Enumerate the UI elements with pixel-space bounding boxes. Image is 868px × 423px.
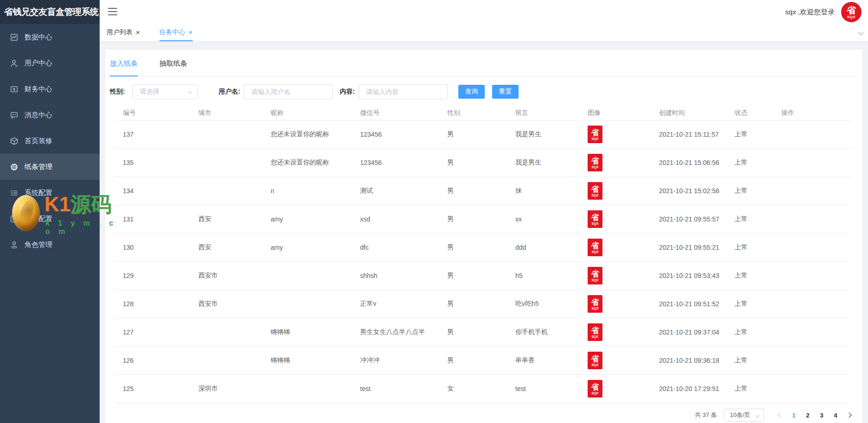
panel-tab-label: 放入纸条: [110, 59, 138, 67]
sidebar-item[interactable]: 用户中心: [0, 50, 100, 76]
cell-gender: 男: [439, 243, 507, 252]
cell-wechat: 123456: [352, 159, 439, 166]
cell-city: 西安市: [190, 300, 262, 308]
top-header: sqx ,欢迎您登录 省 SQX: [100, 0, 868, 24]
sidebar-item[interactable]: 财务中心: [0, 76, 100, 102]
open-tab[interactable]: 用户列表 ×: [107, 24, 140, 41]
pagination-total: 共 37 条: [695, 411, 717, 419]
column-header: 操作: [773, 109, 853, 117]
page-number[interactable]: 1: [787, 412, 801, 419]
cell-image: 省 SQX: [579, 352, 651, 369]
sidebar-item[interactable]: 数据中心: [0, 24, 100, 50]
table-row: 135 您还未设置你的昵称 123456 男 我是男生 省 SQX 2021-: [114, 149, 853, 177]
page-number[interactable]: 3: [815, 412, 829, 419]
column-header: 状态: [726, 109, 773, 117]
cell-status: 上常: [726, 243, 773, 252]
gear-icon: [10, 163, 19, 171]
table-row: 134 n 测试 男 抹 省 SQX 2021-10-21 15:02:58: [114, 177, 853, 205]
table-row: 127 锵锵锵 男生女生八点半八点半 男 你手机手机 省 SQX 2021-1: [114, 318, 853, 347]
table-row: 129 西安市 shhsh 男 h5 省 SQX 2021-10-21 09:: [114, 262, 853, 290]
tabs-overflow-chevron-down-icon[interactable]: [858, 30, 863, 35]
cell-nickname: 锵锵锵: [262, 356, 352, 365]
table-row: 128 西安市 正常v 男 吃v吃h5 省 SQX 2021-10-21 09: [114, 290, 853, 318]
cell-nickname: 您还未设置你的昵称: [262, 158, 352, 167]
sidebar-item-label: 首页装修: [25, 137, 52, 145]
cell-created-time: 2021-10-21 15:02:58: [651, 187, 726, 195]
message-icon: [10, 111, 19, 120]
sidebar: 省钱兄交友盲盒管理系统 数据中心 用户中心 财务中心 消息中心 首页装修 纸条管…: [0, 0, 100, 423]
sidebar-item-label: 升级配置: [25, 215, 52, 223]
sidebar-item[interactable]: 消息中心: [0, 102, 100, 128]
cell-wechat: shhsh: [352, 272, 439, 279]
cell-image: 省 SQX: [579, 126, 651, 143]
cell-wechat: 123456: [352, 131, 439, 138]
next-page-chevron-right-icon[interactable]: [846, 412, 851, 417]
cell-image: 省 SQX: [579, 210, 651, 228]
sidebar-item[interactable]: 升级配置: [0, 206, 100, 232]
sidebar-item-label: 财务中心: [25, 85, 52, 94]
cell-gender: 男: [439, 271, 507, 280]
cell-status: 上常: [726, 328, 773, 336]
cell-id: 135: [114, 159, 190, 166]
gender-select[interactable]: 请选择: [133, 84, 198, 99]
cell-created-time: 2021-10-21 09:37:04: [651, 328, 726, 336]
cell-wechat: dfc: [352, 244, 439, 251]
hamburger-menu-icon[interactable]: [108, 8, 117, 15]
panel-tab[interactable]: 抽取纸条: [159, 59, 187, 76]
user-avatar-logo[interactable]: 省 SQX: [841, 2, 862, 22]
close-icon[interactable]: ×: [136, 29, 140, 36]
cell-status: 上常: [726, 356, 773, 365]
cell-gender: 男: [439, 328, 507, 336]
cell-nickname: 您还未设置你的昵称: [262, 130, 352, 139]
content-input[interactable]: [359, 84, 448, 99]
reset-button[interactable]: 重置: [492, 85, 519, 99]
cell-wechat: 正常v: [352, 300, 439, 308]
cell-id: 126: [114, 357, 190, 364]
open-tab[interactable]: 任务中心 ×: [159, 24, 193, 41]
column-header: 创建时间: [651, 109, 726, 117]
cell-id: 131: [114, 215, 190, 223]
cell-created-time: 2021-10-21 09:51:52: [651, 300, 726, 308]
row-logo-badge: 省 SQX: [588, 154, 602, 171]
pagination: 共 37 条 10条/页 1234: [114, 408, 853, 423]
cell-created-time: 2021-10-21 09:36:18: [651, 357, 726, 364]
page-size-select[interactable]: 10条/页: [724, 409, 764, 422]
row-logo-badge: 省 SQX: [588, 323, 602, 341]
sidebar-item-label: 纸条管理: [25, 163, 52, 171]
prev-page-chevron-left-icon[interactable]: [778, 412, 783, 417]
panel-tab[interactable]: 放入纸条: [110, 59, 138, 76]
chevron-down-icon: [187, 89, 192, 94]
search-button[interactable]: 查询: [458, 85, 485, 99]
row-logo-badge: 省 SQX: [588, 295, 602, 313]
cell-id: 128: [114, 300, 190, 308]
sidebar-item[interactable]: 首页装修: [0, 128, 100, 154]
cell-image: 省 SQX: [579, 380, 651, 398]
cell-message: 吃v吃h5: [507, 300, 579, 308]
close-icon[interactable]: ×: [189, 29, 193, 36]
page-number[interactable]: 4: [829, 412, 843, 419]
chart-icon: [10, 33, 19, 42]
username-label: 用户名:: [219, 88, 241, 96]
table-row: 131 西安 amy xsd 男 xx 省 SQX 2021-10-21 09:: [114, 205, 853, 234]
row-logo-badge: 省 SQX: [588, 182, 602, 200]
sidebar-item[interactable]: 系统配置: [0, 180, 100, 206]
username-input[interactable]: [244, 84, 333, 99]
cell-gender: 男: [439, 300, 507, 308]
filter-row: 性别: 请选择 用户名: 内容: 查询 重置: [110, 84, 857, 99]
cell-id: 134: [114, 187, 190, 195]
row-logo-badge: 省 SQX: [588, 210, 602, 228]
column-header: 昵称: [262, 109, 352, 117]
open-tabs-bar: 用户列表 × 任务中心 ×: [100, 24, 868, 42]
cell-created-time: 2021-10-21 09:55:57: [651, 215, 726, 223]
sidebar-item[interactable]: 角色管理: [0, 232, 100, 258]
sidebar-item[interactable]: 纸条管理: [0, 154, 100, 180]
cell-image: 省 SQX: [579, 182, 651, 200]
cell-image: 省 SQX: [579, 295, 651, 313]
cell-message: 串串香: [507, 356, 579, 365]
cell-nickname: amy: [262, 244, 352, 251]
page-number[interactable]: 2: [801, 412, 815, 419]
cell-image: 省 SQX: [579, 154, 651, 171]
cell-city: 深圳市: [190, 385, 262, 393]
cell-image: 省 SQX: [579, 267, 651, 284]
user-icon: [10, 59, 19, 68]
